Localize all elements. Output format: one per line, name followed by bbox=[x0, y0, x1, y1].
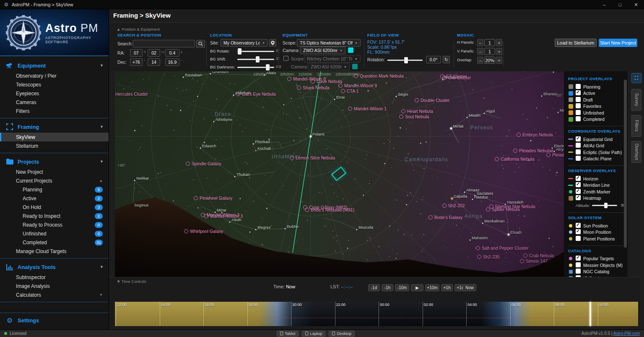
dso-marker[interactable]: Bode's Galaxy bbox=[428, 215, 462, 220]
load-to-stellarium-button[interactable]: Load to Stellarium bbox=[555, 39, 597, 47]
scope2-dropdown[interactable]: Ritchey Chretien 10" Truss Tube▼ bbox=[304, 55, 361, 63]
search-button[interactable] bbox=[196, 40, 205, 48]
sidebar-item-cameras[interactable]: Cameras bbox=[0, 98, 109, 107]
skyview-map[interactable]: 19h00m20h00m21h00m22h00m23h00m0h00m+20°+… bbox=[115, 71, 564, 277]
side-tab-survey[interactable]: Survey bbox=[631, 89, 641, 111]
stepper-minus-button[interactable]: – bbox=[477, 57, 483, 64]
checkbox[interactable]: ✓ bbox=[576, 223, 581, 228]
sidebar-item-stellarium[interactable]: Stellarium bbox=[0, 141, 109, 150]
dso-marker[interactable]: Lemon Slice Nebula bbox=[290, 155, 335, 160]
time-step-minus10m[interactable]: -10m bbox=[395, 284, 409, 291]
time-step-plus1h[interactable]: +1h bbox=[441, 284, 453, 291]
dso-marker[interactable]: Embryo Nebula bbox=[517, 132, 553, 137]
dso-marker[interactable]: CTA 1 bbox=[341, 89, 358, 94]
overlay-label[interactable]: Heatmap bbox=[583, 196, 601, 201]
sidebar-section-framing[interactable]: Framing▼ bbox=[0, 121, 109, 133]
sidebar-item-calculators[interactable]: Calculators▼ bbox=[0, 290, 109, 299]
dso-marker[interactable]: Spider Nebula bbox=[486, 207, 520, 212]
overlays-scrollbar[interactable] bbox=[624, 80, 627, 248]
sidebar-item-ready-to-process[interactable]: Ready to Process0 bbox=[0, 220, 109, 229]
rotation-value-field[interactable]: 0.0° bbox=[426, 56, 441, 63]
checkbox[interactable] bbox=[576, 110, 581, 115]
sidebar-item-observatory-pier[interactable]: Observatory / Pier bbox=[0, 71, 109, 80]
overlay-label[interactable]: NGC Catalog bbox=[583, 269, 609, 274]
overlay-label[interactable]: Planning bbox=[583, 84, 600, 89]
device-button-desktop[interactable]: Desktop bbox=[329, 331, 355, 337]
dso-marker[interactable]: Mandel-Wilson 9 bbox=[338, 83, 377, 88]
sidebar-section-projects[interactable]: Projects▼ bbox=[0, 156, 109, 167]
bg-slider[interactable] bbox=[237, 51, 274, 52]
checkbox[interactable]: ✓ bbox=[576, 195, 581, 200]
ra-minutes-field[interactable] bbox=[148, 49, 160, 57]
dso-marker[interactable]: Pleiades bbox=[546, 152, 564, 157]
checkbox[interactable]: ✓ bbox=[576, 189, 581, 194]
sidebar-item-active[interactable]: Active2 bbox=[0, 194, 109, 203]
rotation-slider[interactable] bbox=[387, 60, 423, 61]
side-tab-overlays[interactable]: Overlays bbox=[631, 141, 641, 163]
camera-color-swatch[interactable] bbox=[348, 47, 353, 53]
close-button[interactable]: ✕ bbox=[628, 0, 644, 9]
checkbox[interactable]: ✓ bbox=[576, 176, 581, 181]
checkbox[interactable] bbox=[576, 143, 581, 148]
fullscreen-icon[interactable]: ⛶ bbox=[631, 73, 641, 83]
stepper-value[interactable]: 20% bbox=[484, 57, 495, 64]
device-button-tablet[interactable]: Tablet bbox=[277, 331, 299, 337]
site-manager-button[interactable] bbox=[269, 39, 276, 47]
timeline[interactable]: 12:0014:0016:0018:0020:0022:0000:0002:00… bbox=[115, 302, 638, 326]
sidebar-item-manage-cloud-targets[interactable]: Manage Cloud Targets bbox=[0, 247, 109, 256]
dso-marker[interactable]: Owl Cluster bbox=[442, 75, 471, 80]
dso-marker[interactable]: Crab Nebula bbox=[523, 253, 554, 258]
checkbox[interactable] bbox=[576, 84, 581, 89]
camera2-dropdown[interactable]: ZWO ASI 6200mm Pro▼ bbox=[308, 63, 350, 71]
ra-hours-field[interactable] bbox=[130, 49, 143, 57]
time-step-plus10m[interactable]: +10m bbox=[425, 284, 439, 291]
time-step-minus1d[interactable]: -1d bbox=[368, 284, 380, 291]
website-link[interactable]: Astro-PM.com bbox=[613, 331, 640, 336]
stepper-plus-button[interactable]: + bbox=[496, 57, 502, 64]
overlay-label[interactable]: Zenith Marker bbox=[583, 189, 610, 194]
checkbox[interactable]: ✓ bbox=[576, 256, 581, 261]
checkbox[interactable] bbox=[576, 116, 581, 121]
time-step-minus1h[interactable]: -1h bbox=[382, 284, 393, 291]
stepper-minus-button[interactable]: – bbox=[477, 39, 483, 46]
dso-marker[interactable]: Pinwheel Galaxy bbox=[194, 196, 232, 201]
overlay-label[interactable]: Unfinished bbox=[583, 110, 604, 115]
maximize-button[interactable]: □ bbox=[612, 0, 628, 9]
time-now-button[interactable]: Now bbox=[463, 284, 476, 291]
device-button-laptop[interactable]: Laptop bbox=[302, 331, 325, 337]
sidebar-section-equipment[interactable]: Equipment▼ bbox=[0, 60, 109, 71]
sidebar-item-ready-to-inspect[interactable]: Ready to Inspect2 bbox=[0, 212, 109, 220]
overlay-label[interactable]: Planet Positions bbox=[583, 236, 615, 241]
dso-marker[interactable]: Soul Nebula bbox=[399, 114, 429, 119]
dec-arcmin-field[interactable] bbox=[148, 58, 160, 66]
ra-seconds-field[interactable] bbox=[165, 49, 179, 57]
overlay-label[interactable]: Galactic Plane bbox=[583, 156, 612, 161]
sidebar-item-new-project[interactable]: New Project bbox=[0, 167, 109, 176]
dso-marker[interactable]: Double Cluster bbox=[415, 98, 449, 103]
dso-marker[interactable]: Sh2-235 bbox=[477, 254, 500, 259]
overlay-label[interactable]: Favorites bbox=[583, 104, 601, 109]
checkbox[interactable] bbox=[576, 149, 581, 154]
overlay-label[interactable]: Draft bbox=[583, 97, 593, 102]
dso-marker[interactable]: Simeis 147 bbox=[520, 259, 548, 264]
sidebar-item-current-projects[interactable]: Current Projects▲ bbox=[0, 176, 109, 185]
overlay-label[interactable]: Meridian Line bbox=[583, 183, 610, 188]
overlay-label[interactable]: Messier Objects (M) bbox=[583, 263, 623, 268]
sidebar-item-image-analysis[interactable]: Image Analysis bbox=[0, 282, 109, 290]
dso-marker[interactable]: Mandel-Wilson 3 bbox=[204, 214, 243, 219]
site-dropdown[interactable]: My Observatory Location▼ bbox=[221, 39, 268, 47]
overlay-label[interactable]: Ecliptic (Solar Path) bbox=[583, 150, 622, 155]
sidebar-item-on-hold[interactable]: On Hold3 bbox=[0, 203, 109, 212]
side-tab-filters[interactable]: Filters bbox=[631, 115, 641, 137]
stepper-plus-button[interactable]: + bbox=[496, 39, 502, 46]
sidebar-item-planning[interactable]: Planning6 bbox=[0, 185, 109, 194]
checkbox[interactable]: ✓ bbox=[576, 182, 581, 187]
sidebar-item-subinspector[interactable]: SubInspector bbox=[0, 273, 109, 282]
time-play-button[interactable]: ▶ bbox=[411, 284, 423, 291]
overlay-label[interactable]: Moon Position bbox=[583, 230, 611, 235]
scope2-checkbox[interactable] bbox=[283, 56, 288, 61]
dec-degrees-field[interactable] bbox=[130, 58, 143, 66]
overlay-label[interactable]: Active bbox=[583, 91, 595, 96]
sidebar-item-telescopes[interactable]: Telescopes bbox=[0, 80, 109, 89]
checkbox[interactable] bbox=[576, 156, 581, 161]
